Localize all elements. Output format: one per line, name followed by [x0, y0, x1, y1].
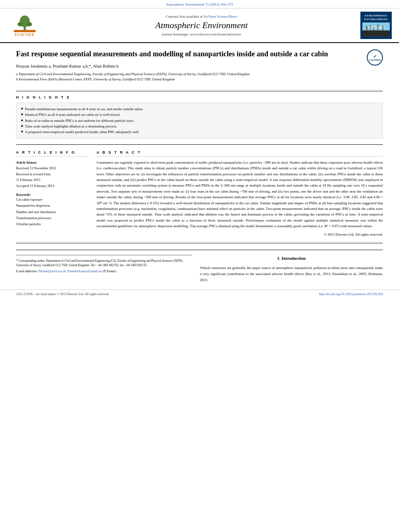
license-bar: 1352-2310/$ – see front matter © 2013 El… [0, 290, 399, 298]
email-link-2[interactable]: Prashant.Kumar@cantab.net [68, 269, 102, 273]
elsevier-wordmark: ELSEVIER [15, 33, 34, 37]
divider-2 [16, 144, 383, 145]
email-line: E-mail addresses: P.Kumar@surrey.ac.uk, … [16, 269, 192, 273]
svg-rect-6 [362, 31, 390, 36]
email-link-1[interactable]: P.Kumar@surrey.ac.uk [38, 269, 66, 273]
atm-env-logo-text: ATMOSPHERIC ENVIRONMENT [362, 14, 390, 21]
abstract-heading: A B S T R A C T [97, 150, 383, 156]
highlight-item-3: Ratio of in-cabin to outside PNCs is not… [21, 118, 378, 123]
doi-link[interactable]: http://dx.doi.org/10.1016/j.atmosenv.201… [319, 292, 383, 296]
main-content: Fast response sequential measurements an… [0, 43, 399, 290]
atm-env-logo: ATMOSPHERIC ENVIRONMENT [360, 12, 393, 39]
svg-point-2 [17, 22, 23, 27]
journal-title: Atmospheric Environment [47, 20, 356, 31]
elsevier-tree-icon [14, 14, 36, 32]
article-title: Fast response sequential measurements an… [16, 49, 346, 59]
svg-point-3 [26, 22, 32, 27]
keywords-list: Car cabin exposure Nanoparticles dispers… [16, 197, 88, 227]
right-column: A B S T R A C T Commuters are regularly … [97, 150, 383, 236]
copyright-line: © 2013 Elsevier Ltd. All rights reserved… [97, 232, 383, 236]
atm-env-logo-image [362, 23, 390, 37]
abstract-text: Commuters are regularly exposed to short… [97, 160, 383, 229]
corresponding-note: * Corresponding author. Department of Ci… [16, 259, 192, 268]
divider-3 [16, 243, 383, 243]
journal-header: ELSEVIER Contents lists available at Sci… [0, 8, 399, 43]
journal-center-header: Contents lists available at SciVerse Sci… [47, 14, 356, 36]
affiliations: a Department of Civil and Environmental … [16, 72, 367, 82]
intro-text: Vehicle emissions are generally the majo… [200, 265, 383, 283]
homepage-line: journal homepage: www.elsevier.com/locat… [47, 32, 356, 36]
intro-heading: 1. Introduction [200, 255, 383, 262]
authors-line: Pouyan Joodatnia a, Prashant Kumar a,b,*… [16, 64, 367, 68]
highlight-item-5: A proposed semi-empirical model predicte… [21, 129, 378, 135]
article-info-heading: A R T I C L E I N F O [16, 150, 88, 156]
top-bar: Atmospheric Environment 71 (2013) 364–37… [0, 0, 399, 8]
highlights-section: H I G H L I G H T S Pseudo-simultaneous … [16, 95, 383, 139]
divider-1 [16, 91, 383, 91]
left-column: A R T I C L E I N F O Article history: R… [16, 150, 88, 236]
svg-rect-4 [14, 30, 35, 32]
highlight-item-4: Time scale analysis highlights dilution … [21, 123, 378, 129]
highlight-item-2: Identical PNCs at all 4 seats indicated … [21, 112, 378, 117]
intro-area: 1. Introduction Vehicle emissions are ge… [200, 255, 383, 283]
highlight-item-1: Pseudo-simultaneous measurements at all … [21, 106, 378, 112]
footnote-area: * Corresponding author. Department of Ci… [16, 255, 192, 283]
article-title-area: Fast response sequential measurements an… [16, 49, 367, 87]
svg-point-12 [367, 26, 385, 29]
svg-rect-7 [366, 26, 368, 31]
elsevier-logo: ELSEVIER [6, 14, 43, 37]
article-history: Article history: Received 13 November 20… [16, 160, 88, 189]
highlights-heading: H I G H L I G H T S [16, 95, 383, 99]
highlight-box: Pseudo-simultaneous measurements at all … [16, 103, 383, 139]
crossmark-button[interactable]: ✓ CrossMark [367, 49, 383, 66]
contents-line: Contents lists available at SciVerse Sci… [47, 14, 356, 18]
keywords-section: Keywords: Car cabin exposure Nanoparticl… [16, 193, 88, 227]
journal-citation: Atmospheric Environment 71 (2013) 364–37… [166, 2, 233, 6]
sciverse-link[interactable]: SciVerse ScienceDirect [204, 14, 237, 18]
